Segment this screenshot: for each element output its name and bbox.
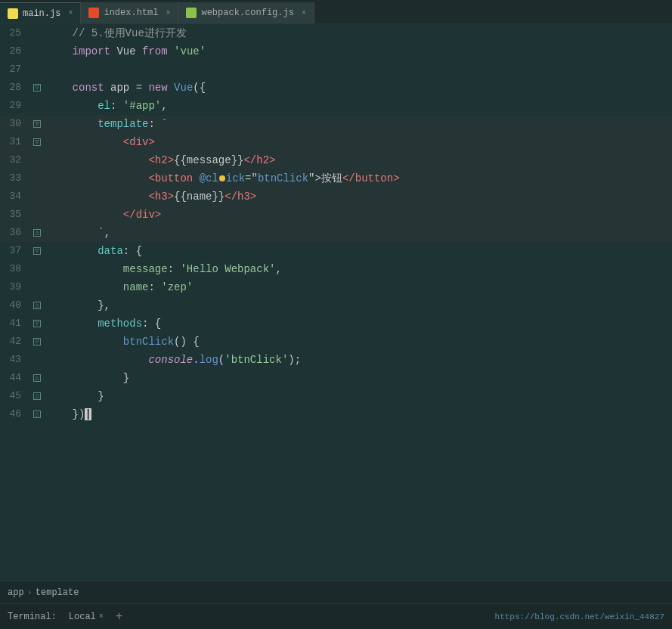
fold-icon-36[interactable]: △ [33, 229, 41, 237]
line-number-34: 34 [0, 187, 30, 206]
line-number-33: 33 [0, 169, 30, 187]
line-content-28: const app = new Vue({ [44, 79, 672, 97]
cursor-dot [219, 175, 225, 181]
line-content-35: </div> [44, 206, 672, 224]
code-line-37: 37 ▽ data: { [0, 242, 672, 260]
code-line-28: 28 ▽ const app = new Vue({ [0, 79, 672, 97]
fold-icon-28[interactable]: ▽ [33, 84, 41, 91]
line-content-43: console.log('btnClick'); [44, 351, 672, 369]
terminal-label: Terminal: [8, 612, 57, 622]
code-line-42: 42 ▽ btnClick() { [0, 333, 672, 351]
line-content-38: message: 'Hello Webpack', [44, 260, 672, 278]
fold-icon-42[interactable]: ▽ [33, 338, 41, 345]
fold-gutter-25 [30, 24, 44, 42]
code-editor: 25 // 5.使用Vue进行开发 26 import Vue from 'vu… [0, 24, 672, 581]
line-number-26: 26 [0, 42, 30, 60]
line-number-45: 45 [0, 387, 30, 405]
line-number-35: 35 [0, 206, 30, 224]
status-bar: app › template [0, 581, 672, 603]
fold-gutter-39 [30, 278, 44, 296]
line-content-30: template: ` [44, 115, 672, 133]
highlighted-block: 30 ▽ template: ` 31 ▽ <div> 32 [0, 115, 672, 242]
config-file-icon [186, 8, 197, 18]
tab-main-js[interactable]: main.js × [0, 2, 81, 23]
fold-gutter-43 [30, 351, 44, 369]
line-content-33: <button @click="btnClick">按钮</button> [44, 169, 672, 187]
terminal-url: https://blog.csdn.net/weixin_44827 [495, 612, 664, 622]
code-line-43: 43 console.log('btnClick'); [0, 351, 672, 369]
line-number-42: 42 [0, 333, 30, 351]
line-number-39: 39 [0, 278, 30, 296]
terminal-tabs: Terminal: Local × + [8, 610, 122, 624]
fold-gutter-40: △ [30, 296, 44, 314]
code-line-32: 32 <h2>{{message}}</h2> [0, 151, 672, 169]
line-content-42: btnClick() { [44, 333, 672, 351]
line-number-44: 44 [0, 369, 30, 387]
line-content-27 [44, 60, 672, 79]
terminal-bar: Terminal: Local × + https://blog.csdn.ne… [0, 603, 672, 629]
terminal-url-text: https://blog.csdn.net/weixin_44827 [495, 612, 664, 621]
breadcrumb-separator: › [27, 587, 33, 598]
line-number-27: 27 [0, 60, 30, 79]
fold-icon-40[interactable]: △ [33, 302, 41, 309]
line-content-41: methods: { [44, 314, 672, 333]
tab-webpack-config[interactable]: webpack.config.js × [178, 2, 314, 23]
code-line-34: 34 <h3>{{name}}</h3> [0, 187, 672, 206]
html-file-icon [88, 8, 99, 18]
fold-icon-31[interactable]: ▽ [33, 138, 41, 146]
code-line-44: 44 △ } [0, 369, 672, 387]
code-line-40: 40 △ }, [0, 296, 672, 314]
fold-icon-44[interactable]: △ [33, 374, 41, 382]
line-content-26: import Vue from 'vue' [44, 42, 672, 60]
tab-bar: main.js × index.html × webpack.config.js… [0, 0, 672, 24]
fold-gutter-35 [30, 206, 44, 224]
tab-main-js-label: main.js [23, 8, 60, 19]
line-content-37: data: { [44, 242, 672, 260]
breadcrumb-template: template [36, 587, 79, 598]
line-content-45: } [44, 387, 672, 405]
line-number-30: 30 [0, 115, 30, 133]
line-number-41: 41 [0, 314, 30, 333]
line-number-25: 25 [0, 24, 30, 42]
tab-webpack-config-close[interactable]: × [302, 9, 306, 17]
line-content-39: name: 'zep' [44, 278, 672, 296]
fold-icon-46[interactable]: △ [33, 411, 41, 418]
code-line-33: 33 <button @click="btnClick">按钮</button> [0, 169, 672, 187]
line-content-36: `, [44, 224, 672, 242]
fold-icon-45[interactable]: △ [33, 392, 41, 400]
tab-webpack-config-label: webpack.config.js [201, 8, 293, 18]
code-line-27: 27 [0, 60, 672, 79]
fold-gutter-34 [30, 187, 44, 206]
fold-gutter-44: △ [30, 369, 44, 387]
line-number-29: 29 [0, 97, 30, 115]
fold-gutter-33 [30, 169, 44, 187]
code-line-41: 41 ▽ methods: { [0, 314, 672, 333]
line-number-46: 46 [0, 405, 30, 423]
line-content-29: el: '#app', [44, 97, 672, 115]
fold-icon-37[interactable]: ▽ [33, 247, 41, 255]
fold-gutter-46: △ [30, 405, 44, 423]
line-content-40: }, [44, 296, 672, 314]
line-number-38: 38 [0, 260, 30, 278]
fold-gutter-42: ▽ [30, 333, 44, 351]
breadcrumb: app › template [8, 587, 79, 598]
tab-index-html-close[interactable]: × [166, 9, 170, 17]
code-line-38: 38 message: 'Hello Webpack', [0, 260, 672, 278]
code-area[interactable]: 25 // 5.使用Vue进行开发 26 import Vue from 'vu… [0, 24, 672, 581]
fold-icon-41[interactable]: ▽ [33, 320, 41, 327]
line-number-28: 28 [0, 79, 30, 97]
line-content-32: <h2>{{message}}</h2> [44, 151, 672, 169]
code-line-35: 35 </div> [0, 206, 672, 224]
tab-index-html[interactable]: index.html × [81, 2, 178, 23]
code-line-46: 46 △ })| [0, 405, 672, 423]
fold-gutter-28: ▽ [30, 79, 44, 97]
tab-main-js-close[interactable]: × [68, 9, 73, 17]
fold-icon-30[interactable]: ▽ [33, 120, 41, 128]
terminal-add-button[interactable]: + [116, 610, 123, 624]
fold-gutter-37: ▽ [30, 242, 44, 260]
terminal-tab-local[interactable]: Local × [63, 610, 110, 624]
terminal-tab-local-close[interactable]: × [99, 612, 104, 621]
line-number-31: 31 [0, 133, 30, 151]
fold-gutter-29 [30, 97, 44, 115]
terminal-tab-local-label: Local [69, 612, 96, 622]
